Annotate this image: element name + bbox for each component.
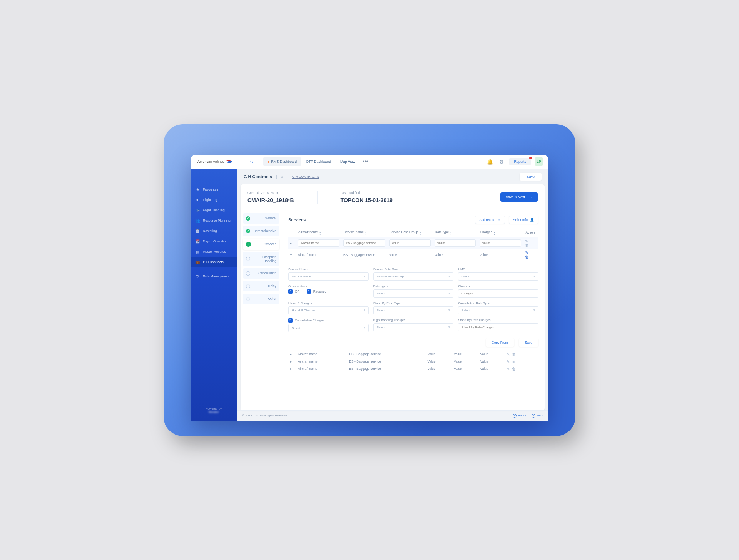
page-title: G H Contracts [244,174,272,179]
caret-right-icon[interactable]: ▸ [290,242,294,245]
edit-icon[interactable]: ✎ [525,239,528,243]
reports-button[interactable]: Reports [509,158,531,165]
service-name-input[interactable] [343,239,385,247]
trash-icon[interactable]: 🗑 [512,367,516,371]
chevron-right-icon: › [287,174,288,179]
cell-value: Value [478,358,505,365]
reports-label: Reports [514,160,526,164]
sidebar-item-role-management[interactable]: 🛡Role Management [191,271,237,282]
sidebar-item-gh-contracts[interactable]: 💼G H Contracts [191,257,237,267]
service-rate-group-input[interactable] [389,239,431,247]
sidebar-item-label: Flight Log [203,198,217,202]
charges-input[interactable] [458,289,538,298]
edit-icon[interactable]: ✎ [507,359,510,364]
top-tabs: RMS Dashboard OTP Dashboard Map View ••• [263,157,371,167]
save-button[interactable]: Save [520,173,542,181]
required-checkbox[interactable]: Required [307,289,327,294]
checkbox-checked-icon [288,289,293,294]
tab-rms-dashboard[interactable]: RMS Dashboard [263,157,302,166]
circle-icon [246,284,250,288]
save-form-button[interactable]: Save [519,338,538,347]
col-aircraft-name[interactable]: Aircraft name▴▾ [296,228,341,237]
cancellation-charges-select[interactable]: Select▾ [288,324,369,332]
plus-circle-icon: ⊕ [498,218,501,222]
caret-down-icon[interactable]: ▾ [290,253,294,257]
standby-rate-charges-input[interactable] [458,323,538,331]
chevrons-left-icon: ‹‹ [250,159,253,164]
hr-charges-select[interactable]: H and R Charges▾ [288,306,369,314]
sidebar-item-flight-log[interactable]: ✈Flight Log [191,195,237,205]
copy-from-button[interactable]: Copy From [486,338,514,347]
seller-info-button[interactable]: Seller Info👤 [509,216,538,224]
settings-button[interactable]: ⚙ [498,159,505,165]
notifications-button[interactable]: 🔔 [486,159,494,165]
sidebar-item-resource-planning[interactable]: 👥Resource Planning [191,216,237,226]
created-meta: Created: 29-04-2019 CMAIR-20_1918*B [247,191,294,203]
trash-icon[interactable]: 🗑 [525,255,529,259]
cell-value: Value [387,249,433,261]
sidebar-item-flight-handling[interactable]: 🛬Flight Handling [191,205,237,216]
cell-aircraft: Aircraft name [296,358,347,365]
card-header: Created: 29-04-2019 CMAIR-20_1918*B Last… [241,184,545,210]
step-delay[interactable]: Delay [243,281,279,291]
sidebar-item-label: Rostering [203,229,217,233]
tabs-overflow-button[interactable]: ••• [360,157,371,167]
circle-icon [246,257,250,261]
status-dot-icon [268,161,269,163]
caret-right-icon[interactable]: ▸ [290,360,294,363]
seller-info-label: Seller Info [513,218,528,222]
col-service-rate-group[interactable]: Service Rate Group▴▾ [387,228,433,237]
edit-icon[interactable]: ✎ [525,251,528,255]
col-service-name[interactable]: Service name▴▾ [341,228,387,237]
step-cancellation[interactable]: Cancellation [243,268,279,279]
charges-input[interactable] [480,239,522,247]
powered-label: Powered by [191,407,237,410]
tab-otp-dashboard[interactable]: OTP Dashboard [301,157,336,166]
chevron-down-icon: ▾ [533,309,535,312]
sidebar-item-favourites[interactable]: ★Favourites [191,184,237,195]
sidebar-collapse-button[interactable]: ‹‹ [245,155,259,169]
services-table: Aircraft name▴▾ Service name▴▾ Service R… [288,228,538,261]
add-record-button[interactable]: Add record⊕ [475,216,505,224]
trash-icon[interactable]: 🗑 [512,352,516,356]
about-link[interactable]: iAbout [513,414,526,418]
rate-types-select[interactable]: Select▾ [373,289,454,298]
or-checkbox[interactable]: OR [288,289,300,294]
modified-label: Last modified: [341,191,393,195]
caret-right-icon[interactable]: ▸ [290,367,294,371]
sidebar-item-day-of-operation[interactable]: 📅Day of Operation [191,236,237,247]
umo-select[interactable]: UMO▾ [458,272,538,281]
step-services[interactable]: ✓Services [243,239,279,250]
modified-value: TOPCON 15-01-2019 [341,197,393,203]
step-other[interactable]: Other [243,294,279,304]
step-exception-handling[interactable]: Exception Handling [243,252,279,266]
col-charges[interactable]: Charges▴▾ [478,228,523,237]
sidebar-item-rostering[interactable]: 📋Rostering [191,226,237,236]
service-rate-group-select[interactable]: Service Rate Group▾ [373,272,454,281]
sidebar-item-master-records[interactable]: ▤Master Records [191,247,237,257]
night-handling-charges-select[interactable]: Select▾ [373,323,454,331]
breadcrumb-link[interactable]: G H CONTRACTS [292,175,319,179]
standby-rate-type-select[interactable]: Select▾ [373,306,454,314]
edit-icon[interactable]: ✎ [507,352,510,356]
trash-icon[interactable]: 🗑 [525,243,529,247]
help-link[interactable]: ?Help [532,414,543,418]
user-avatar[interactable]: LP [535,157,543,166]
avatar-initials: LP [537,160,541,164]
home-icon[interactable]: ⌂ [281,174,283,179]
service-rate-group-label: Service Rate Group [373,267,454,271]
rate-type-input[interactable] [435,239,476,247]
col-rate-type[interactable]: Rate type▴▾ [433,228,478,237]
aircraft-name-input[interactable] [298,239,339,247]
step-comprehensive[interactable]: ✓Comprehensive [243,226,279,236]
cell-value: Value [425,351,452,358]
tab-map-view[interactable]: Map View [336,157,360,166]
service-name-select[interactable]: Service Name▾ [288,272,369,281]
cancellation-rate-type-select[interactable]: Select▾ [458,306,538,314]
cancellation-charges-checkbox[interactable] [288,318,293,323]
caret-right-icon[interactable]: ▸ [290,353,294,356]
step-general[interactable]: ✓General [243,213,279,224]
save-next-button[interactable]: Save & Next → [500,192,538,202]
edit-icon[interactable]: ✎ [507,367,510,371]
trash-icon[interactable]: 🗑 [512,359,516,364]
